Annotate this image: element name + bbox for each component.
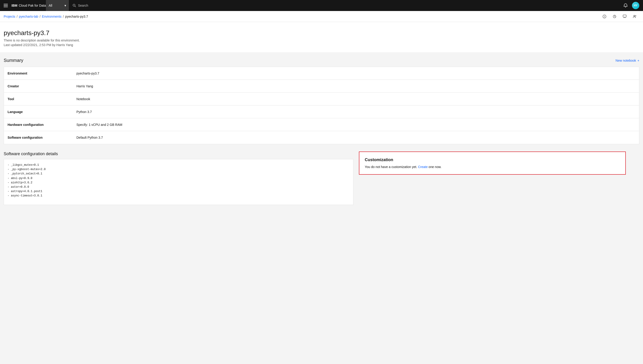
page-meta: Last updated 2/22/2021, 2:53 PM by Harri… [4,43,639,47]
row-label-software: Software configuration [8,136,76,139]
summary-section: Summary New notebook + Environment pyech… [4,58,639,144]
row-label-hardware: Hardware configuration [8,123,76,126]
customization-text: You do not have a customization yet. Cre… [365,165,620,169]
app-brand: IBM Cloud Pak for Data [12,4,46,7]
software-config-title: Software configuration details [4,152,353,156]
breadcrumb-current: pyecharts-py3.7 [65,15,88,18]
breadcrumb-pyecharts-lab[interactable]: pyecharts-lab [19,15,38,18]
svg-rect-6 [623,15,626,17]
svg-point-8 [635,15,636,16]
code-line-3: - _pytorch_select=0.1 [8,172,42,175]
scope-selector-wrapper[interactable]: All ▾ [46,0,69,11]
lower-section: Software configuration details - _libgcc… [4,152,639,205]
row-label-environment: Environment [8,72,76,75]
breadcrumb-sep-3: / [63,15,64,18]
table-row: Environment pyecharts-py3.7 [4,67,639,80]
row-value-environment: pyecharts-py3.7 [76,72,635,75]
summary-table: Environment pyecharts-py3.7 Creator Harr… [4,67,639,144]
code-line-5: - aiohttp=3.6.2 [8,181,32,184]
notification-button[interactable] [620,0,631,11]
row-value-software: Default Python 3.7 [76,136,635,139]
table-row: Software configuration Default Python 3.… [4,131,639,144]
row-label-tool: Tool [8,97,76,101]
hamburger-menu[interactable] [4,4,8,7]
brand-name: Cloud Pak for Data [19,4,46,7]
customization-title: Customization [365,158,620,162]
svg-line-1 [75,6,76,7]
customization-text-before: You do not have a customization yet. [365,165,418,169]
new-notebook-plus: + [637,59,639,62]
table-row: Language Python 3.7 [4,106,639,118]
breadcrumb-sep-2: / [40,15,41,18]
nav-actions: HY [620,0,639,11]
search-icon [73,4,76,7]
customization-text-after: one now. [428,165,442,169]
breadcrumb-bar: Projects / pyecharts-lab / Environments … [0,11,643,22]
page-description: There is no description available for th… [4,38,639,42]
summary-header: Summary New notebook + [4,58,639,63]
summary-title: Summary [4,58,24,63]
software-config-code: - _libgcc_mutex=0.1 - _py-xgboost-mutex=… [4,159,353,205]
code-line-1: - _libgcc_mutex=0.1 [8,164,39,167]
row-value-tool: Notebook [76,97,635,101]
history-button[interactable] [610,12,619,21]
search-bar[interactable] [69,0,620,11]
search-input[interactable] [78,4,616,7]
customization-create-link[interactable]: Create [418,165,428,169]
top-nav: IBM Cloud Pak for Data All ▾ HY [0,0,643,11]
breadcrumb-environments[interactable]: Environments [42,15,62,18]
breadcrumb-actions [600,12,639,21]
code-line-8: - async-timeout=3.0.1 [8,194,42,197]
table-row: Tool Notebook [4,92,639,106]
customization-box: Customization You do not have a customiz… [359,152,626,175]
row-value-creator: Harris Yang [76,84,635,88]
software-config-section: Software configuration details - _libgcc… [4,152,353,205]
breadcrumb-projects[interactable]: Projects [4,15,15,18]
row-value-hardware: Specify: 1 vCPU and 2 GB RAM [76,123,635,126]
table-row: Creator Harris Yang [4,80,639,92]
row-value-language: Python 3.7 [76,110,635,114]
user-avatar[interactable]: HY [632,2,639,9]
code-line-4: - absl-py=0.9.0 [8,177,32,180]
breadcrumb: Projects / pyecharts-lab / Environments … [4,15,88,18]
scope-select[interactable]: All [46,0,69,11]
page-title: pyecharts-py3.7 [4,29,639,37]
svg-point-4 [604,16,605,16]
svg-point-7 [634,15,635,16]
row-label-creator: Creator [8,84,76,88]
chat-button[interactable] [620,12,629,21]
page-header: pyecharts-py3.7 There is no description … [0,22,643,52]
table-row: Hardware configuration Specify: 1 vCPU a… [4,118,639,131]
row-label-language: Language [8,110,76,114]
brand-ibm: IBM [12,4,18,7]
info-button[interactable] [600,12,609,21]
users-button[interactable] [630,12,639,21]
new-notebook-button[interactable]: New notebook + [615,59,639,62]
customization-section: Customization You do not have a customiz… [359,152,626,175]
code-line-2: - _py-xgboost-mutex=2.0 [8,168,46,171]
new-notebook-label: New notebook [615,59,636,62]
code-line-7: - astropy=4.0.1.post1 [8,190,42,193]
code-line-6: - astor=0.8.0 [8,186,29,189]
breadcrumb-sep-1: / [17,15,18,18]
main-content: Summary New notebook + Environment pyech… [0,52,643,210]
